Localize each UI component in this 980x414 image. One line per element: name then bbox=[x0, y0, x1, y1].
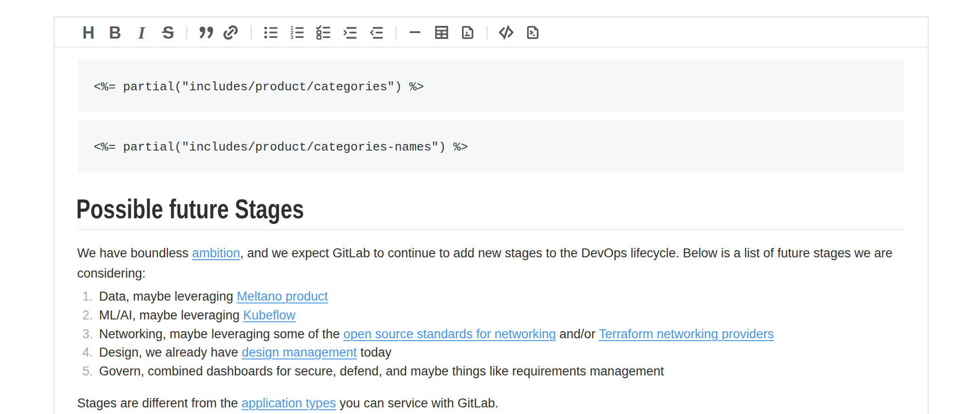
svg-text:3: 3 bbox=[291, 34, 294, 40]
